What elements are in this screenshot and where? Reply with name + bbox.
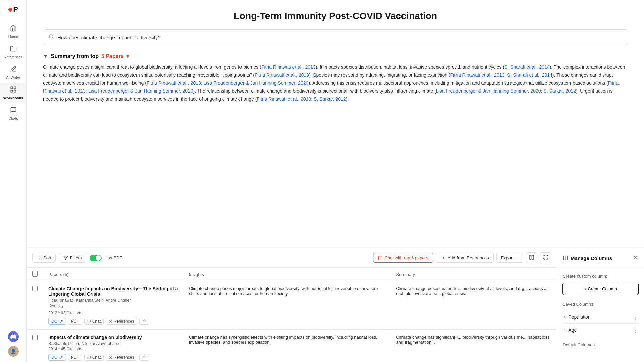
age-label: Age — [568, 327, 577, 333]
ref-link-1[interactable]: Fitria Rinawati et al., 2013 — [261, 64, 316, 70]
sidebar-item-workbooks[interactable]: Workbooks — [0, 83, 26, 103]
paper-2-year-cite: 2014 • 45 Citations — [48, 347, 178, 351]
population-add-icon[interactable]: + — [562, 314, 566, 320]
row-2-checkbox[interactable] — [32, 335, 38, 340]
manage-columns-panel: Manage Columns ✕ Create custom column: +… — [557, 248, 644, 362]
paper-2-title[interactable]: Impacts of climate change on biodiversit… — [48, 335, 178, 340]
svg-rect-15 — [530, 255, 531, 259]
chats-icon — [10, 107, 17, 115]
manage-columns-close-button[interactable]: ✕ — [632, 254, 639, 262]
paper-1-chat-tag[interactable]: Chat — [84, 318, 104, 325]
columns-icon — [529, 255, 534, 260]
toggle-knob — [96, 255, 101, 261]
table-area: Sort Filters Has PDF Chat with top 5 pap… — [27, 248, 644, 362]
svg-rect-3 — [14, 90, 16, 92]
chat-top-label: Chat with top 5 papers — [385, 255, 428, 260]
paper-1-cite-tag[interactable]: ❝❞ — [139, 318, 149, 325]
summary-body: Climate change poses a significant threa… — [43, 63, 628, 103]
paper-2-doi-tag[interactable]: DOI ↗ — [48, 354, 66, 361]
has-pdf-toggle[interactable] — [90, 255, 102, 261]
saved-columns-label: Saved Columns: — [562, 302, 639, 307]
user-avatar[interactable]: 👤 — [8, 346, 19, 357]
add-from-references-button[interactable]: Add from References — [436, 253, 494, 263]
paper-2-pdf-tag[interactable]: PDF — [68, 354, 82, 361]
sidebar-bottom: 👤 — [8, 331, 19, 357]
paper-1-pdf-tag[interactable]: PDF — [68, 318, 82, 325]
ref-link-4[interactable]: Fitria Rinawati et al., 2013; S. Sharafi… — [450, 72, 552, 78]
page-title: Long-Term Immunity Post-COVID Vaccinatio… — [43, 11, 628, 21]
sidebar-item-home[interactable]: Home — [0, 22, 26, 41]
columns-toggle-button[interactable] — [526, 252, 537, 263]
logo-dot — [8, 8, 12, 12]
chat-tag-icon — [87, 320, 91, 323]
references-icon — [10, 45, 17, 54]
create-column-btn-label: + Create Column — [584, 286, 617, 291]
ref-link-7[interactable]: Lisa Freudenberger & Jan Hanning Sommer,… — [436, 88, 576, 94]
manage-columns-header: Manage Columns ✕ — [557, 248, 644, 268]
paper-2-year: 2014 — [48, 347, 57, 351]
logo-letter: P — [13, 5, 18, 14]
chevron-down-icon — [515, 256, 519, 260]
row-2-paper-cell: Impacts of climate change on biodiversit… — [43, 330, 183, 362]
paper-1-separator: • — [58, 311, 61, 315]
search-input[interactable] — [57, 35, 622, 40]
export-label: Export — [501, 255, 514, 260]
summary-triangle: ▼ — [43, 53, 48, 59]
paper-1-tags: DOI ↗ PDF Chat References — [48, 318, 178, 325]
content-area: Long-Term Immunity Post-COVID Vaccinatio… — [27, 0, 644, 248]
columns-panel-icon — [562, 255, 568, 261]
table-header-row: Papers (5) Insights Summary — [27, 268, 557, 281]
sidebar-item-home-label: Home — [8, 35, 18, 39]
expand-icon — [543, 255, 548, 260]
age-add-icon[interactable]: + — [562, 327, 566, 333]
column-item-population-left: + Population — [562, 314, 591, 320]
export-button[interactable]: Export — [496, 253, 523, 263]
expand-button[interactable] — [540, 252, 551, 263]
paper-2-chat-tag[interactable]: Chat — [84, 354, 104, 361]
sidebar-item-chats[interactable]: Chats — [0, 104, 26, 123]
population-more-icon[interactable]: ⋮ — [633, 313, 639, 321]
paper-1-references-tag[interactable]: References — [106, 318, 137, 325]
sidebar-item-ai-writer[interactable]: AI Writer — [0, 63, 26, 82]
paper-1-title[interactable]: Climate Change Impacts on Biodiversity—T… — [48, 286, 178, 297]
sort-button[interactable]: Sort — [32, 253, 56, 263]
summary-header-text: Summary from top — [51, 53, 99, 59]
manage-columns-title-text: Manage Columns — [571, 255, 612, 261]
summary-col-label: Summary — [396, 272, 415, 277]
manage-columns-body: Create custom column: + Create Column Sa… — [557, 268, 644, 362]
sidebar-item-references[interactable]: References — [0, 43, 26, 62]
sidebar-item-ai-writer-label: AI Writer — [6, 75, 20, 79]
checkbox-col-header — [27, 268, 43, 281]
ref-link-3[interactable]: Fitria Rinawati et al., 2013 — [255, 72, 309, 78]
ref-link-2[interactable]: S. Sharafi et al., 2014 — [504, 64, 550, 70]
ref-link-8[interactable]: Fitria Rinawati et al., 2013; S. Sarkar,… — [257, 96, 346, 102]
summary-col-header: Summary — [391, 268, 557, 281]
chat-top-papers-button[interactable]: Chat with top 5 papers — [373, 253, 433, 263]
ref-link-5[interactable]: Fitria Rinawati et al., 2013; Lisa Freud… — [147, 80, 309, 86]
papers-count-label[interactable]: 5 Papers — [101, 53, 124, 59]
summary-header: ▼ Summary from top 5 Papers ▾ — [43, 53, 628, 59]
filters-button[interactable]: Filters — [59, 253, 86, 263]
create-column-button[interactable]: + Create Column — [562, 283, 639, 295]
papers-dropdown-icon[interactable]: ▾ — [126, 53, 129, 59]
discord-icon[interactable] — [8, 331, 19, 342]
main-content: Long-Term Immunity Post-COVID Vaccinatio… — [27, 0, 644, 362]
select-all-checkbox[interactable] — [32, 271, 38, 277]
sidebar-item-references-label: References — [4, 55, 22, 59]
ai-writer-icon — [10, 66, 17, 74]
paper-2-references-tag[interactable]: References — [106, 354, 137, 361]
row-2-summary-cell: Climate change has significant i... biod… — [391, 330, 557, 362]
age-more-icon[interactable]: ⋮ — [633, 326, 639, 334]
row-2-insights-cell: Climate change has synergistic effects w… — [183, 330, 391, 362]
papers-col-label: Papers (5) — [48, 272, 69, 277]
population-label: Population — [568, 314, 590, 320]
default-columns-label: Default Columns: — [562, 342, 639, 347]
row-1-checkbox[interactable] — [32, 286, 38, 291]
paper-2-cite-tag[interactable]: ❝❞ — [139, 354, 149, 361]
paper-1-doi-tag[interactable]: DOI ↗ — [48, 318, 66, 325]
plus-tag-icon — [109, 320, 112, 323]
sort-label: Sort — [43, 255, 51, 260]
paper-2-insights: Climate change has synergistic effects w… — [189, 335, 377, 345]
workbooks-icon — [10, 86, 17, 95]
row-1-paper-cell: Climate Change Impacts on Biodiversity—T… — [43, 281, 183, 330]
